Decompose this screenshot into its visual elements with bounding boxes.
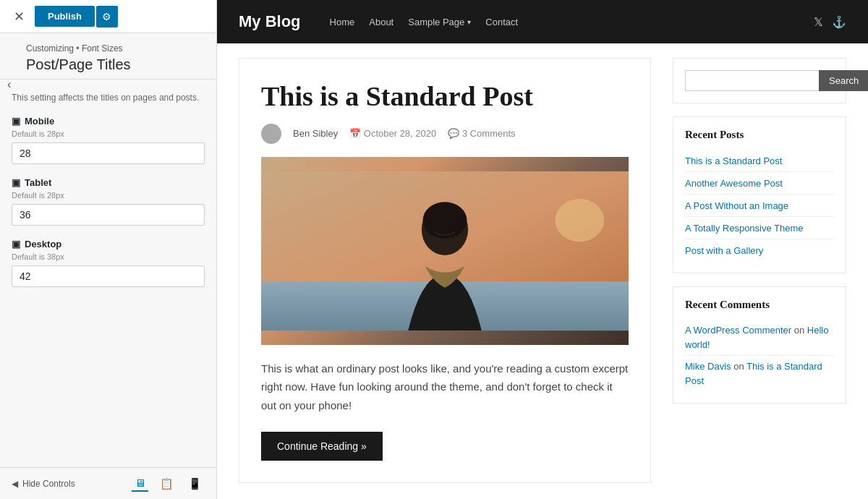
tablet-icon: ▣ — [12, 177, 20, 188]
desktop-section: ▣ Desktop Default is 38px — [12, 239, 205, 287]
recent-posts-widget: Recent Posts This is a Standard PostAnot… — [673, 116, 846, 273]
header-social: 𝕏 ⚓ — [814, 15, 846, 29]
breadcrumb-text: Customizing • Font Sizes — [26, 43, 205, 54]
recent-comments-widget: Recent Comments A WordPress Commenter on… — [673, 286, 846, 404]
mobile-size-input[interactable] — [12, 142, 205, 164]
tablet-default: Default is 28px — [12, 191, 205, 200]
recent-posts-list: This is a Standard PostAnother Awesome P… — [685, 150, 834, 261]
back-button[interactable]: ‹ — [7, 78, 11, 91]
mobile-section: ▣ Mobile Default is 28px — [12, 116, 205, 164]
page-title: Post/Page Titles — [26, 56, 205, 73]
blog-logo[interactable]: My Blog — [239, 12, 301, 31]
mobile-default: Default is 28px — [12, 129, 205, 138]
recent-post-item: This is a Standard Post — [685, 150, 834, 172]
hide-controls-label: Hide Controls — [22, 479, 75, 489]
recent-comment-item: A WordPress Commenter on Hello world! — [685, 320, 834, 356]
article-author: Ben Sibley — [293, 128, 338, 139]
anchor-icon[interactable]: ⚓ — [832, 15, 846, 29]
search-input[interactable] — [685, 70, 819, 91]
tablet-view-button[interactable]: 📋 — [157, 475, 176, 492]
device-switcher: 🖥 📋 📱 — [132, 475, 205, 492]
twitter-icon[interactable]: 𝕏 — [814, 15, 823, 29]
article-comments: 💬 3 Comments — [448, 128, 515, 139]
mobile-label: ▣ Mobile — [12, 116, 205, 127]
search-box: Search — [685, 70, 834, 91]
preview-area: My Blog Home About Sample Page Contact 𝕏… — [217, 0, 868, 499]
recent-post-item: Post with a Gallery — [685, 239, 834, 261]
settings-button[interactable]: ⚙ — [96, 6, 118, 27]
main-article: This is a Standard Post Ben Sibley 📅 Oct… — [239, 58, 651, 483]
article-image — [261, 157, 629, 345]
recent-posts-title: Recent Posts — [685, 129, 834, 141]
bottom-bar: ◀ Hide Controls 🖥 📋 📱 — [0, 467, 216, 499]
nav-about[interactable]: About — [369, 17, 393, 27]
search-widget: Search — [673, 58, 846, 103]
recent-comment-item: Mike Davis on This is a Standard Post — [685, 356, 834, 391]
article-meta: Ben Sibley 📅 October 28, 2020 💬 3 Commen… — [261, 124, 629, 144]
mobile-icon: ▣ — [12, 116, 20, 127]
recent-post-link[interactable]: A Post Without an Image — [685, 200, 788, 211]
recent-post-item: Another Awesome Post — [685, 172, 834, 195]
close-button[interactable]: ✕ — [9, 7, 29, 27]
recent-post-link[interactable]: Post with a Gallery — [685, 245, 763, 256]
comment-author-link[interactable]: A WordPress Commenter — [685, 325, 791, 336]
search-button[interactable]: Search — [819, 70, 868, 91]
customizer-panel: ✕ Publish ⚙ ‹ Customizing • Font Sizes P… — [0, 0, 217, 499]
recent-post-link[interactable]: This is a Standard Post — [685, 155, 782, 166]
blog-header: My Blog Home About Sample Page Contact 𝕏… — [217, 0, 868, 43]
top-bar: ✕ Publish ⚙ — [0, 0, 216, 33]
desktop-default: Default is 38px — [12, 252, 205, 261]
tablet-label: ▣ Tablet — [12, 177, 205, 188]
article-title: This is a Standard Post — [261, 80, 629, 114]
recent-post-item: A Post Without an Image — [685, 195, 834, 217]
recent-post-link[interactable]: Another Awesome Post — [685, 178, 783, 189]
publish-button[interactable]: Publish — [35, 6, 95, 27]
breadcrumb: Customizing • Font Sizes Post/Page Title… — [0, 33, 216, 80]
continue-reading-button[interactable]: Continue Reading » — [261, 432, 383, 461]
recent-comments-list: A WordPress Commenter on Hello world!Mik… — [685, 320, 834, 391]
sidebar: Search Recent Posts This is a Standard P… — [673, 58, 846, 483]
panel-description: This setting affects the titles on pages… — [12, 91, 205, 104]
desktop-label: ▣ Desktop — [12, 239, 205, 250]
svg-point-4 — [423, 202, 467, 239]
recent-post-link[interactable]: A Totally Responsive Theme — [685, 223, 804, 234]
nav-contact[interactable]: Contact — [485, 17, 518, 27]
desktop-view-button[interactable]: 🖥 — [132, 475, 148, 492]
recent-comments-title: Recent Comments — [685, 299, 834, 311]
panel-body: This setting affects the titles on pages… — [0, 80, 216, 467]
hide-controls-button[interactable]: ◀ Hide Controls — [12, 479, 75, 489]
desktop-icon: ▣ — [12, 239, 20, 250]
hide-icon: ◀ — [12, 479, 18, 489]
recent-post-item: A Totally Responsive Theme — [685, 217, 834, 239]
svg-point-1 — [555, 199, 604, 242]
tablet-section: ▣ Tablet Default is 28px — [12, 177, 205, 226]
comment-author-link[interactable]: Mike Davis — [685, 361, 731, 372]
desktop-size-input[interactable] — [12, 265, 205, 287]
blog-nav: Home About Sample Page Contact — [330, 17, 519, 27]
tablet-size-input[interactable] — [12, 204, 205, 226]
nav-home[interactable]: Home — [330, 17, 355, 27]
article-excerpt: This is what an ordinary post looks like… — [261, 359, 629, 415]
article-date: 📅 October 28, 2020 — [349, 128, 436, 139]
avatar — [261, 124, 281, 144]
nav-sample-page[interactable]: Sample Page — [408, 17, 471, 27]
mobile-view-button[interactable]: 📱 — [185, 475, 205, 492]
blog-content: This is a Standard Post Ben Sibley 📅 Oct… — [217, 43, 868, 498]
